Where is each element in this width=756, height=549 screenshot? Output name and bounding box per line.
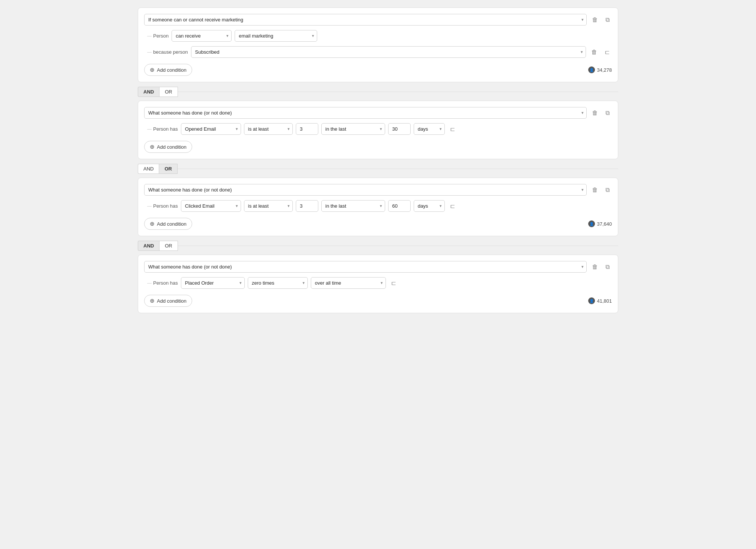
delete-group-3-button[interactable]: 🗑	[590, 185, 600, 195]
add-condition-3-button[interactable]: ⊕ Add condition	[144, 218, 192, 230]
email-marketing-select[interactable]: email marketing sms marketing	[235, 30, 317, 42]
email-action-select-3[interactable]: Opened Email Clicked Email Received Emai…	[181, 200, 241, 212]
condition-group-2: What someone has done (or not done) ▾ 🗑 …	[138, 101, 618, 159]
add-condition-3-label: Add condition	[157, 221, 187, 227]
add-condition-4-label: Add condition	[157, 298, 187, 304]
can-receive-wrapper: can receive cannot receive ▾	[172, 30, 232, 42]
zero-times-wrapper: zero times is at least is at most equals…	[248, 277, 308, 289]
person-count-icon-4: 👤	[588, 297, 595, 304]
group-count-3: 👤 37,640	[588, 220, 612, 227]
because-person-row-1: because person Subscribed Unsubscribed N…	[144, 46, 612, 58]
group-header-3: What someone has done (or not done) ▾ 🗑 …	[144, 184, 612, 196]
period-input-3[interactable]	[388, 200, 411, 212]
copy-group-4-button[interactable]: ⧉	[603, 262, 612, 272]
or-button-1[interactable]: OR	[159, 87, 178, 97]
filter-row-3-button[interactable]: ⊏	[448, 201, 457, 211]
email-action-select-2[interactable]: Opened Email Clicked Email Received Emai…	[181, 123, 241, 135]
delete-group-2-button[interactable]: 🗑	[590, 108, 600, 118]
copy-group-1-button[interactable]: ⧉	[603, 15, 612, 25]
main-dropdown-wrapper-4: What someone has done (or not done) ▾	[144, 261, 587, 273]
main-dropdown-wrapper-2: What someone has done (or not done) ▾	[144, 107, 587, 119]
over-all-time-wrapper: over all time in the last before after ▾	[311, 277, 386, 289]
period-unit-select-3[interactable]: days weeks months	[414, 200, 445, 212]
add-condition-2-label: Add condition	[157, 144, 187, 150]
condition-select-2[interactable]: is at least is at most equals zero times	[244, 123, 293, 135]
count-input-2[interactable]	[296, 123, 318, 135]
zero-times-select[interactable]: zero times is at least is at most equals	[248, 277, 308, 289]
can-receive-select[interactable]: can receive cannot receive	[172, 30, 232, 42]
group-footer-4: ⊕ Add condition 👤 41,801	[144, 295, 612, 307]
group-header-4: What someone has done (or not done) ▾ 🗑 …	[144, 261, 612, 273]
filter-because-row-button[interactable]: ⊏	[602, 47, 612, 57]
condition-select-3[interactable]: is at least is at most equals zero times	[244, 200, 293, 212]
clicked-email-wrapper: Opened Email Clicked Email Received Emai…	[181, 200, 241, 212]
group-footer-3: ⊕ Add condition 👤 37,640	[144, 218, 612, 230]
logic-row-3: AND OR	[138, 241, 618, 251]
delete-because-row-button[interactable]: 🗑	[589, 47, 599, 57]
person-has-row-3: Person has Opened Email Clicked Email Re…	[144, 200, 612, 212]
filter-row-2-button[interactable]: ⊏	[448, 124, 457, 134]
logic-row-1: AND OR	[138, 87, 618, 97]
is-at-least-wrapper-3: is at least is at most equals zero times…	[244, 200, 293, 212]
person-has-label-2: Person has	[153, 126, 178, 132]
copy-group-3-button[interactable]: ⧉	[603, 185, 612, 195]
because-person-label: because person	[153, 49, 188, 55]
person-has-row-2: Person has Opened Email Clicked Email Re…	[144, 123, 612, 135]
main-dropdown-wrapper-1: If someone can or cannot receive marketi…	[144, 14, 587, 26]
or-button-2[interactable]: OR	[159, 164, 178, 174]
group-count-4: 👤 41,801	[588, 297, 612, 304]
delete-group-4-button[interactable]: 🗑	[590, 262, 600, 272]
email-marketing-wrapper: email marketing sms marketing ▾	[235, 30, 317, 42]
timeframe-select-2[interactable]: in the last over all time before after	[321, 123, 385, 135]
placed-order-select[interactable]: Placed Order Fulfilled Order Cancelled O…	[181, 277, 245, 289]
person-has-row-4: Person has Placed Order Fulfilled Order …	[144, 277, 612, 289]
group-footer-1: ⊕ Add condition 👤 34,278	[144, 64, 612, 76]
person-has-label-4: Person has	[153, 280, 178, 286]
main-dropdown-4[interactable]: What someone has done (or not done)	[144, 261, 587, 273]
page-container: If someone can or cannot receive marketi…	[138, 8, 618, 313]
filter-row-4-button[interactable]: ⊏	[389, 278, 398, 288]
group-count-value-1: 34,278	[597, 67, 612, 73]
period-unit-select-2[interactable]: days weeks months	[414, 123, 445, 135]
main-dropdown-1[interactable]: If someone can or cannot receive marketi…	[144, 14, 587, 26]
logic-divider-1	[178, 92, 618, 92]
placed-order-wrapper: Placed Order Fulfilled Order Cancelled O…	[181, 277, 245, 289]
in-the-last-wrapper-3: in the last over all time before after ▾	[321, 200, 385, 212]
in-the-last-wrapper-2: in the last over all time before after ▾	[321, 123, 385, 135]
subscribed-select[interactable]: Subscribed Unsubscribed Never subscribed	[191, 46, 586, 58]
add-condition-2-button[interactable]: ⊕ Add condition	[144, 141, 192, 153]
logic-divider-2	[178, 169, 618, 169]
and-button-2[interactable]: AND	[138, 164, 159, 174]
person-count-icon-1: 👤	[588, 66, 595, 73]
count-input-3[interactable]	[296, 200, 318, 212]
condition-rows-1: Person can receive cannot receive ▾ emai…	[144, 30, 612, 58]
main-dropdown-2[interactable]: What someone has done (or not done)	[144, 107, 587, 119]
main-dropdown-3[interactable]: What someone has done (or not done)	[144, 184, 587, 196]
period-input-2[interactable]	[388, 123, 411, 135]
person-row-1: Person can receive cannot receive ▾ emai…	[144, 30, 612, 42]
subscribed-wrapper: Subscribed Unsubscribed Never subscribed…	[191, 46, 586, 58]
copy-group-2-button[interactable]: ⧉	[603, 108, 612, 118]
or-button-3[interactable]: OR	[159, 241, 178, 251]
person-has-label-3: Person has	[153, 203, 178, 209]
and-button-1[interactable]: AND	[138, 87, 159, 97]
person-count-icon-3: 👤	[588, 220, 595, 227]
add-condition-4-button[interactable]: ⊕ Add condition	[144, 295, 192, 307]
group-header-1: If someone can or cannot receive marketi…	[144, 14, 612, 26]
days-wrapper-2: days weeks months ▾	[414, 123, 445, 135]
and-button-3[interactable]: AND	[138, 241, 159, 251]
plus-icon: ⊕	[150, 220, 155, 227]
over-all-time-select[interactable]: over all time in the last before after	[311, 277, 386, 289]
main-dropdown-wrapper-3: What someone has done (or not done) ▾	[144, 184, 587, 196]
plus-icon: ⊕	[150, 297, 155, 304]
delete-group-1-button[interactable]: 🗑	[590, 15, 600, 25]
plus-icon: ⊕	[150, 66, 155, 73]
timeframe-select-3[interactable]: in the last over all time before after	[321, 200, 385, 212]
plus-icon: ⊕	[150, 143, 155, 150]
logic-row-2: AND OR	[138, 164, 618, 174]
group-header-2: What someone has done (or not done) ▾ 🗑 …	[144, 107, 612, 119]
group-count-value-4: 41,801	[597, 298, 612, 304]
add-condition-1-label: Add condition	[157, 67, 187, 73]
add-condition-1-button[interactable]: ⊕ Add condition	[144, 64, 192, 76]
condition-group-3: What someone has done (or not done) ▾ 🗑 …	[138, 178, 618, 236]
